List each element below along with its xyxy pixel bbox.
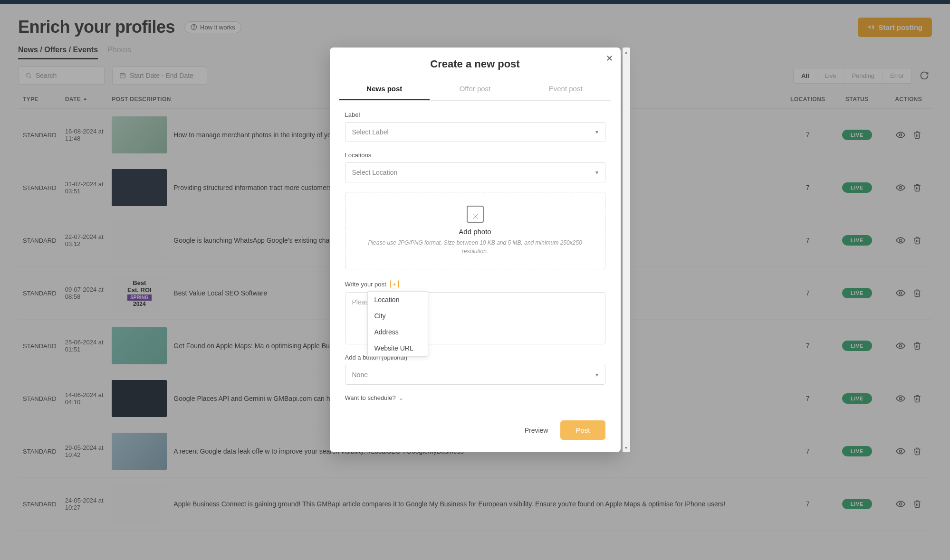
insert-option-website[interactable]: Website URL bbox=[368, 340, 428, 356]
chevron-down-icon: ▾ bbox=[595, 169, 598, 176]
schedule-toggle[interactable]: Want to schedule? ⌄ bbox=[345, 394, 605, 401]
modal-title: Create a new post bbox=[339, 58, 611, 70]
close-icon: ✕ bbox=[606, 54, 613, 63]
chevron-down-icon: ▾ bbox=[595, 371, 598, 378]
post-button[interactable]: Post bbox=[560, 420, 605, 440]
insert-option-location[interactable]: Location bbox=[368, 292, 428, 308]
modal-scrollbar[interactable]: ▴ ▾ bbox=[623, 47, 630, 452]
add-photo-label: Add photo bbox=[355, 228, 595, 236]
scroll-down-icon: ▾ bbox=[625, 445, 627, 450]
insert-variable-button[interactable]: + bbox=[390, 280, 399, 288]
photo-hint-text: Please use JPG/PNG format, Size between … bbox=[355, 238, 595, 256]
insert-option-city[interactable]: City bbox=[368, 308, 428, 324]
tab-offer-post[interactable]: Offer post bbox=[430, 78, 520, 100]
add-photo-dropzone[interactable]: Add photo Please use JPG/PNG format, Siz… bbox=[345, 192, 605, 269]
write-post-label: Write your post bbox=[345, 281, 386, 288]
chevron-down-icon: ▾ bbox=[595, 129, 598, 135]
scroll-up-icon: ▴ bbox=[625, 49, 627, 55]
preview-button[interactable]: Preview bbox=[519, 422, 554, 439]
tab-news-post[interactable]: News post bbox=[339, 78, 430, 100]
tab-event-post[interactable]: Event post bbox=[520, 78, 611, 100]
plus-icon: + bbox=[393, 281, 396, 288]
chevron-down-icon: ⌄ bbox=[399, 395, 403, 401]
select-label-dropdown[interactable]: Select Label ▾ bbox=[345, 122, 605, 142]
image-icon bbox=[467, 206, 484, 223]
locations-field-label: Locations bbox=[345, 152, 605, 159]
button-select-dropdown[interactable]: None ▾ bbox=[345, 365, 605, 385]
modal-overlay: ✕ Create a new post News post Offer post… bbox=[0, 0, 950, 560]
label-field-label: Label bbox=[345, 111, 605, 118]
select-location-dropdown[interactable]: Select Location ▾ bbox=[345, 162, 605, 182]
insert-option-address[interactable]: Address bbox=[368, 324, 428, 340]
close-button[interactable]: ✕ bbox=[606, 53, 613, 64]
